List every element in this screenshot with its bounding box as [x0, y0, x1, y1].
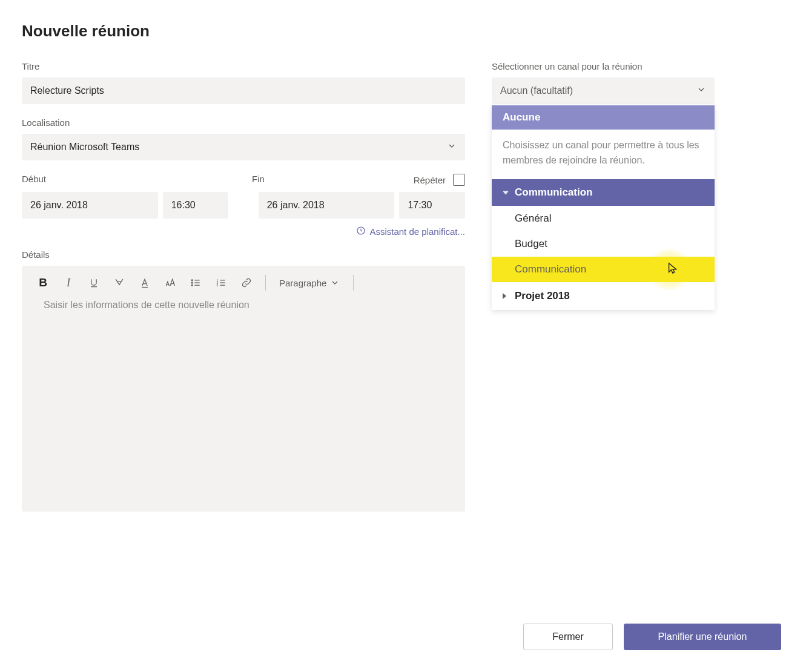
end-time-value: 17:30: [408, 200, 432, 211]
chevron-down-icon: [447, 141, 457, 153]
start-label: Début: [22, 174, 252, 186]
font-size-button[interactable]: [159, 272, 182, 294]
end-date-field[interactable]: 26 janv. 2018: [259, 192, 395, 219]
svg-point-8: [191, 282, 193, 283]
title-label: Titre: [22, 61, 465, 71]
details-label: Détails: [22, 249, 465, 260]
location-select[interactable]: Réunion Microsoft Teams: [22, 134, 465, 160]
numbered-list-button[interactable]: 123: [210, 272, 233, 294]
channel-selected-value: Aucun (facultatif): [500, 85, 573, 96]
clock-icon: [356, 226, 366, 237]
chevron-down-icon: [330, 278, 340, 288]
svg-point-7: [191, 280, 193, 281]
details-textarea[interactable]: Saisir les informations de cette nouvell…: [22, 300, 465, 512]
toolbar-separator: [265, 275, 266, 291]
svg-point-9: [191, 285, 193, 286]
channel-option-label: Communication: [515, 263, 586, 275]
channel-team-collapsed[interactable]: Projet 2018: [492, 282, 715, 310]
channel-option-budget[interactable]: Budget: [492, 231, 715, 257]
title-input[interactable]: Relecture Scripts: [22, 77, 465, 104]
start-date-value: 26 janv. 2018: [30, 200, 88, 211]
channel-column: Sélectionner un canal pour la réunion Au…: [492, 61, 715, 512]
end-date-value: 26 janv. 2018: [267, 200, 325, 211]
repeat-checkbox[interactable]: [453, 174, 465, 186]
italic-button[interactable]: I: [57, 272, 80, 294]
scheduling-assistant-link[interactable]: Assistant de planificat...: [22, 226, 465, 237]
form-left-column: Titre Relecture Scripts Localisation Réu…: [22, 61, 465, 512]
details-placeholder: Saisir les informations de cette nouvell…: [44, 300, 249, 310]
start-date-field[interactable]: 26 janv. 2018: [22, 192, 158, 219]
link-button[interactable]: [235, 272, 258, 294]
channel-dropdown: Aucune Choisissez un canal pour permettr…: [492, 105, 715, 310]
repeat-label: Répéter: [414, 175, 446, 185]
title-value: Relecture Scripts: [30, 85, 104, 96]
toolbar-separator: [353, 275, 354, 291]
location-label: Localisation: [22, 117, 465, 128]
page-title: Nouvelle réunion: [22, 22, 781, 41]
end-time-field[interactable]: 17:30: [399, 192, 465, 219]
channel-label: Sélectionner un canal pour la réunion: [492, 61, 715, 71]
scheduling-assistant-label: Assistant de planificat...: [369, 226, 465, 237]
channel-option-none[interactable]: Aucune: [492, 105, 715, 130]
underline-button[interactable]: [82, 272, 105, 294]
bullet-list-button[interactable]: [184, 272, 207, 294]
channel-team-expanded[interactable]: Communication: [492, 179, 715, 206]
start-time-value: 16:30: [171, 200, 196, 211]
location-value: Réunion Microsoft Teams: [30, 142, 139, 153]
footer-buttons: Fermer Planifier une réunion: [523, 624, 781, 650]
close-button[interactable]: Fermer: [523, 624, 613, 650]
end-label: Fin: [252, 174, 395, 186]
editor-toolbar: B I 123: [22, 266, 465, 300]
chevron-down-icon: [696, 85, 706, 97]
channel-option-general[interactable]: Général: [492, 206, 715, 231]
highlight-button[interactable]: [108, 272, 131, 294]
start-time-field[interactable]: 16:30: [163, 192, 229, 219]
channel-description: Choisissez un canal pour permettre à tou…: [492, 130, 715, 179]
svg-text:3: 3: [217, 283, 219, 287]
paragraph-label: Paragraphe: [279, 278, 326, 288]
channel-select[interactable]: Aucun (facultatif): [492, 77, 715, 104]
paragraph-style-select[interactable]: Paragraphe: [273, 278, 346, 288]
font-color-button[interactable]: [133, 272, 156, 294]
channel-option-communication[interactable]: Communication: [492, 257, 715, 282]
details-editor: B I 123: [22, 266, 465, 512]
schedule-button[interactable]: Planifier une réunion: [624, 624, 781, 650]
bold-button[interactable]: B: [31, 272, 55, 294]
cursor-icon: [666, 262, 679, 278]
